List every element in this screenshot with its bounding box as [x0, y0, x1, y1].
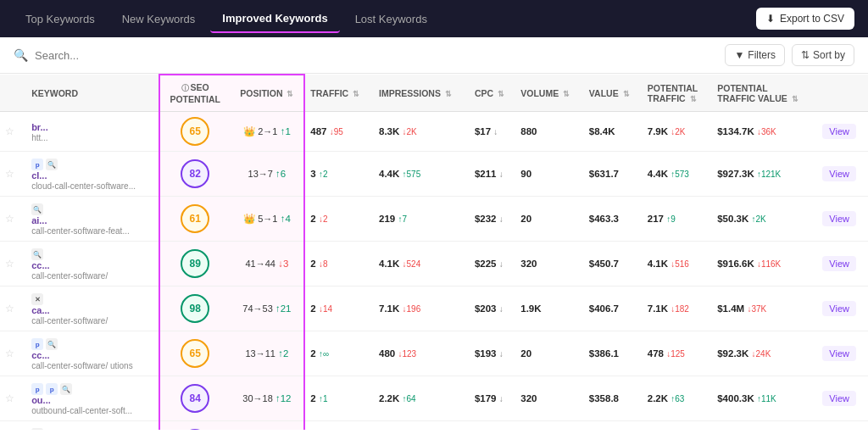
volume-cell: 880	[515, 112, 584, 152]
volume-cell: 320	[515, 242, 584, 287]
star-cell: ☆	[0, 152, 26, 197]
keyword-url: cloud-call-center-software...	[31, 181, 153, 191]
col-header-position[interactable]: POSITION ⇅	[231, 75, 305, 112]
star-cell: ☆	[0, 331, 26, 376]
pos-up-arrow: ↑4	[281, 214, 291, 224]
potential-traffic-cell: 4.4K ↑573	[643, 152, 712, 197]
filter-icon: ▼	[734, 49, 744, 61]
export-csv-button[interactable]: ⬇ Export to CSV	[756, 8, 854, 30]
sort-icon: ⇅	[801, 49, 810, 61]
volume-cell: 1.9K	[515, 287, 584, 331]
cpc-indicator: ↓	[499, 170, 504, 179]
view-cell: View	[817, 242, 868, 287]
position-value: 2→1	[258, 126, 277, 136]
col-header-impressions[interactable]: IMPRESSIONS ⇅	[374, 75, 470, 112]
cpc-indicator: ↓	[499, 259, 504, 269]
volume-value: 1.9K	[520, 303, 541, 314]
sort-by-button[interactable]: ⇅ Sort by	[792, 44, 854, 66]
col-header-traffic[interactable]: TRAFFIC ⇅	[304, 75, 374, 112]
star-icon[interactable]: ☆	[5, 348, 14, 359]
position-value: 74→53	[242, 303, 272, 314]
traffic-cell: 2 ↓8	[304, 242, 374, 287]
volume-cell: 110	[515, 421, 584, 431]
keywords-table-wrapper: KEYWORD ⓘSEOPOTENTIAL POSITION ⇅ TRAFFIC…	[0, 74, 868, 430]
keyword-cell: ✕ ca... call-center-software/	[26, 287, 159, 331]
pt-value: 4.1K	[648, 259, 668, 269]
crown-icon: 👑	[243, 214, 255, 224]
seo-circle: 61	[181, 204, 209, 233]
value-value: $358.8	[589, 393, 619, 403]
view-button[interactable]: View	[822, 391, 856, 406]
cpc-indicator: ↓	[499, 349, 504, 359]
cpc-cell: $179 ↓	[470, 376, 515, 421]
impressions-value: 7.1K	[379, 303, 399, 314]
search-input[interactable]	[35, 49, 204, 62]
volume-value: 320	[520, 393, 537, 403]
position-cell: 74→53 ↑21	[231, 287, 305, 331]
top-navigation: Top Keywords New Keywords Improved Keywo…	[0, 0, 868, 37]
potential-traffic-value-cell: $916.6K ↓116K	[712, 242, 817, 287]
star-icon[interactable]: ☆	[5, 214, 14, 224]
pt-down: ↓125	[666, 349, 685, 359]
search-badge: 🔍	[31, 428, 43, 430]
nav-tab-top-keywords[interactable]: Top Keywords	[14, 6, 107, 32]
potential-traffic-value-cell: $50.3K ↑2K	[712, 197, 817, 242]
col-header-potential-traffic-value[interactable]: POTENTIALTRAFFIC VALUE ⇅	[712, 75, 817, 112]
potential-traffic-cell: 478 ↓125	[643, 331, 712, 376]
table-row: ☆ pp🔍 ou... outbound-call-center-soft...…	[0, 376, 868, 421]
volume-cell: 20	[515, 331, 584, 376]
nav-tab-new-keywords[interactable]: New Keywords	[110, 6, 208, 32]
value-value: $386.1	[589, 348, 619, 359]
star-icon[interactable]: ☆	[5, 126, 14, 136]
star-cell: ☆	[0, 421, 26, 431]
pt-value: 478	[648, 348, 664, 359]
traffic-cell: 2 ↓14	[304, 287, 374, 331]
value-value: $463.3	[589, 214, 619, 224]
cpc-cell: $211 ↓	[470, 152, 515, 197]
nav-tab-lost-keywords[interactable]: Lost Keywords	[343, 6, 439, 32]
col-header-cpc[interactable]: CPC ⇅	[470, 75, 515, 112]
view-button[interactable]: View	[822, 301, 856, 316]
cpc-cell: $203 ↓	[470, 287, 515, 331]
view-button[interactable]: View	[822, 256, 856, 271]
view-button[interactable]: View	[822, 166, 856, 181]
ptv-value: $1.4M	[717, 303, 744, 314]
star-icon[interactable]: ☆	[5, 259, 14, 269]
keyword-name: ca...	[31, 305, 153, 315]
keyword-url: call-center-software/	[31, 271, 153, 281]
keyword-url: call-center-software/	[31, 316, 153, 326]
col-header-value[interactable]: VALUE ⇅	[584, 75, 643, 112]
nav-tab-improved-keywords[interactable]: Improved Keywords	[210, 5, 339, 33]
keyword-cell: p🔍 cc... call-center-software/ utions	[26, 331, 159, 376]
volume-value: 20	[520, 214, 531, 224]
view-button[interactable]: View	[822, 211, 856, 226]
col-header-volume[interactable]: VOLUME ⇅	[515, 75, 584, 112]
search-badge: 🔍	[31, 203, 43, 215]
impressions-value: 4.4K	[379, 169, 399, 179]
view-button[interactable]: View	[822, 124, 856, 139]
traffic-cell: 2 ↓2	[304, 197, 374, 242]
star-icon[interactable]: ☆	[5, 393, 14, 403]
keyword-url: call-center-software/ utions	[31, 361, 153, 370]
ptv-value: $134.7K	[717, 126, 754, 136]
keyword-url: call-center-software-feat...	[31, 226, 153, 236]
x-badge: ✕	[31, 293, 43, 305]
potential-traffic-cell: 217 ↑9	[643, 197, 712, 242]
keyword-cell: pp🔍 ou... outbound-call-center-soft...	[26, 376, 159, 421]
traffic-value: 2	[310, 214, 315, 224]
view-button[interactable]: View	[822, 346, 856, 361]
table-row: ☆ 🔍 vii... virtual-call-center-softwa...…	[0, 421, 868, 431]
star-icon[interactable]: ☆	[5, 169, 14, 179]
star-icon[interactable]: ☆	[5, 303, 14, 314]
col-header-potential-traffic[interactable]: POTENTIALTRAFFIC ⇅	[643, 75, 712, 112]
position-value: 13→7	[248, 169, 273, 179]
traffic-down: ↓2	[319, 214, 328, 224]
value-value: $406.7	[589, 303, 619, 314]
value-cell: $305.8	[584, 421, 643, 431]
seo-potential-cell: 61	[159, 197, 231, 242]
cpc-value: $203	[475, 303, 497, 314]
traffic-up: ↑2	[319, 170, 328, 179]
traffic-down: ↓14	[319, 304, 332, 314]
filters-button[interactable]: ▼ Filters	[725, 44, 785, 66]
volume-value: 880	[520, 126, 537, 136]
